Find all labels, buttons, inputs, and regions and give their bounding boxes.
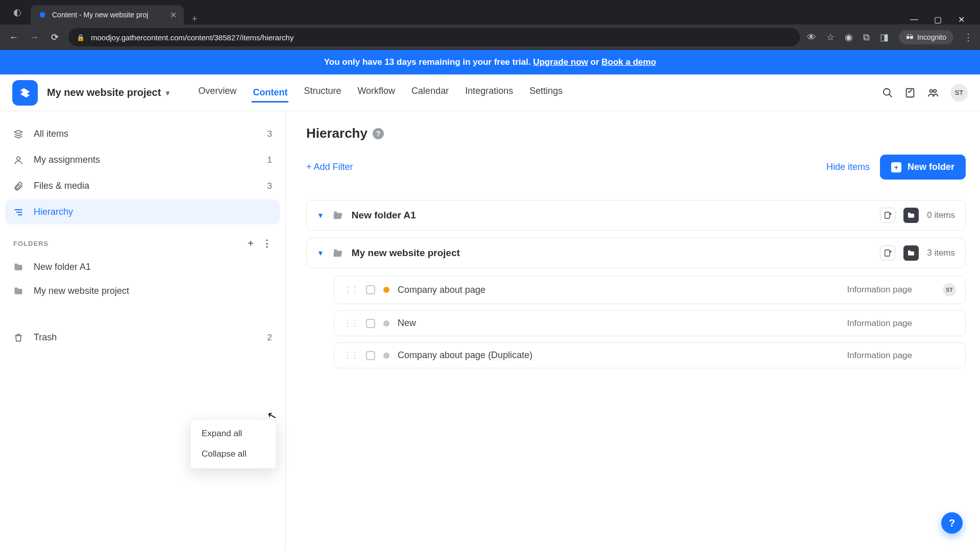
tab-content[interactable]: Content xyxy=(252,83,288,103)
checkbox[interactable] xyxy=(366,351,375,360)
reload-button[interactable]: ⟳ xyxy=(48,32,61,43)
help-fab-button[interactable]: ? xyxy=(941,512,963,534)
item-name: Company about page xyxy=(398,285,485,295)
folder-name: New folder A1 xyxy=(352,210,416,221)
user-icon xyxy=(13,155,26,165)
svg-rect-9 xyxy=(885,212,890,218)
checkbox[interactable] xyxy=(366,319,375,328)
add-filter-button[interactable]: + Add Filter xyxy=(306,162,353,172)
folders-label: FOLDERS xyxy=(13,240,48,247)
folder-open-icon xyxy=(332,210,344,221)
tree-item-row[interactable]: ⋮⋮ New Information page xyxy=(334,310,966,336)
nav-tabs: Overview Content Structure Workflow Cale… xyxy=(197,83,564,103)
chevron-down-icon: ▾ xyxy=(166,89,169,97)
tab-settings[interactable]: Settings xyxy=(528,83,564,103)
item-assignee: ST xyxy=(943,283,956,296)
maximize-button[interactable]: ▢ xyxy=(933,15,942,24)
browser-menu-icon[interactable]: ⋮ xyxy=(964,32,973,43)
banner-prefix: You only have xyxy=(324,57,385,67)
tree-item-row[interactable]: ⋮⋮ Company about page Information page S… xyxy=(334,276,966,304)
browser-tab[interactable]: Content - My new website proj ✕ xyxy=(31,5,184,24)
item-template: Information page xyxy=(847,285,912,295)
banner-days: 13 days xyxy=(384,57,416,67)
tab-workflow[interactable]: Workflow xyxy=(356,83,396,103)
tree-item-row[interactable]: ⋮⋮ Company about page (Duplicate) Inform… xyxy=(334,342,966,368)
incognito-hat-icon: 🕶 xyxy=(906,33,913,41)
user-avatar[interactable]: ST xyxy=(950,84,968,102)
svg-point-4 xyxy=(934,89,937,92)
profile-icon[interactable]: ◉ xyxy=(845,32,853,43)
trash-icon xyxy=(13,333,26,343)
eye-off-icon[interactable]: 👁 xyxy=(807,32,816,43)
tab-integrations[interactable]: Integrations xyxy=(464,83,514,103)
sidebar-item-label: Hierarchy xyxy=(34,207,73,217)
minimize-button[interactable]: ― xyxy=(910,15,919,24)
help-icon[interactable]: ? xyxy=(373,128,384,139)
incognito-indicator-icon: ◐ xyxy=(4,0,31,24)
tab-structure[interactable]: Structure xyxy=(303,83,342,103)
drag-handle-icon[interactable]: ⋮⋮ xyxy=(344,350,358,360)
window-controls: ― ▢ ✕ xyxy=(899,15,976,24)
sidebar-item-assignments[interactable]: My assignments 1 xyxy=(5,147,280,172)
caret-down-icon[interactable]: ▼ xyxy=(317,249,324,257)
url-text: moodjoy.gathercontent.com/content/385827… xyxy=(91,33,293,42)
sidebar-item-all-items[interactable]: All items 3 xyxy=(5,121,280,146)
tab-favicon-icon xyxy=(38,10,47,19)
banner-or: or xyxy=(588,57,601,67)
drag-handle-icon[interactable]: ⋮⋮ xyxy=(344,318,358,328)
bookmark-icon[interactable]: ☆ xyxy=(826,32,835,43)
new-item-icon[interactable] xyxy=(880,245,895,261)
close-window-button[interactable]: ✕ xyxy=(957,15,966,24)
tab-overview[interactable]: Overview xyxy=(197,83,237,103)
forward-button[interactable]: → xyxy=(28,32,41,43)
back-button[interactable]: ← xyxy=(7,32,20,43)
paperclip-icon xyxy=(13,181,26,191)
incognito-label: Incognito xyxy=(917,33,946,41)
trial-banner: You only have 13 days remaining in your … xyxy=(0,50,980,74)
people-icon[interactable] xyxy=(927,87,939,98)
tree-folder-row[interactable]: ▼ My new website project 3 items xyxy=(306,238,966,268)
tab-calendar[interactable]: Calendar xyxy=(410,83,450,103)
svg-rect-14 xyxy=(885,250,890,256)
item-name: Company about page (Duplicate) xyxy=(398,350,532,361)
page-title-text: Hierarchy xyxy=(306,126,368,141)
page-title: Hierarchy ? xyxy=(306,126,966,141)
incognito-pill[interactable]: 🕶 Incognito xyxy=(899,30,953,44)
book-demo-link[interactable]: Book a demo xyxy=(602,57,656,67)
sidebar-folder[interactable]: New folder A1 xyxy=(5,256,280,279)
sidebar-folder[interactable]: My new website project xyxy=(5,280,280,303)
checkbox[interactable] xyxy=(366,285,375,294)
folders-menu-icon[interactable]: ⋮ xyxy=(262,238,272,249)
expand-all-item[interactable]: Expand all xyxy=(190,423,276,444)
app-logo[interactable] xyxy=(12,80,38,106)
search-icon[interactable] xyxy=(882,87,893,98)
new-item-icon[interactable] xyxy=(880,208,895,223)
new-subfolder-icon[interactable] xyxy=(903,208,919,223)
tab-close-icon[interactable]: ✕ xyxy=(170,10,177,20)
drag-handle-icon[interactable]: ⋮⋮ xyxy=(344,285,358,295)
sidebar-item-label: All items xyxy=(34,129,68,139)
hide-items-button[interactable]: Hide items xyxy=(826,162,870,172)
sidebar-item-hierarchy[interactable]: Hierarchy xyxy=(5,199,280,224)
status-dot-icon xyxy=(383,353,389,359)
sidebar-item-trash[interactable]: Trash 2 xyxy=(5,325,280,350)
collapse-all-item[interactable]: Collapse all xyxy=(190,444,276,464)
sidepanel-icon[interactable]: ◨ xyxy=(880,32,889,43)
sidebar-item-count: 3 xyxy=(267,129,272,139)
hierarchy-tree: ▼ New folder A1 0 items xyxy=(306,200,966,368)
new-tab-button[interactable]: + xyxy=(184,14,206,24)
checklist-icon[interactable] xyxy=(904,87,916,98)
sidebar-item-files[interactable]: Files & media 3 xyxy=(5,173,280,198)
new-folder-button[interactable]: + New folder xyxy=(880,155,966,180)
sidebar-item-label: Trash xyxy=(34,332,57,343)
top-nav: My new website project ▾ Overview Conten… xyxy=(0,74,980,111)
project-switcher[interactable]: My new website project ▾ xyxy=(47,87,169,98)
caret-down-icon[interactable]: ▼ xyxy=(317,211,324,219)
new-subfolder-icon[interactable] xyxy=(903,245,919,261)
tree-folder-row[interactable]: ▼ New folder A1 0 items xyxy=(306,200,966,231)
url-input[interactable]: 🔒 moodjoy.gathercontent.com/content/3858… xyxy=(68,28,800,46)
add-folder-icon[interactable]: + xyxy=(248,238,254,249)
extensions-icon[interactable]: ⧉ xyxy=(863,32,870,43)
upgrade-link[interactable]: Upgrade now xyxy=(533,57,588,67)
site-info-icon[interactable]: 🔒 xyxy=(77,34,85,41)
